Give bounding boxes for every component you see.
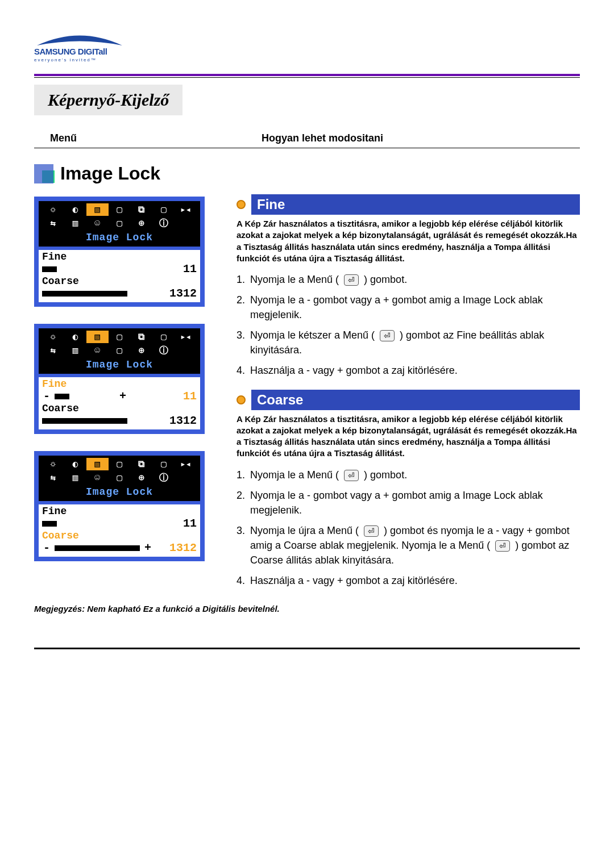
fine-heading: Fine [251,194,580,215]
osd-icon: ▢ [109,344,131,357]
step-num: 1. [237,272,247,287]
osd-icon: ▸◂ [175,458,197,470]
osd-icon: ▢ [109,458,131,470]
osd-icon: ▢ [109,471,131,484]
osd-bar [42,418,127,424]
footer-divider [34,648,580,649]
divider-thin [34,77,580,78]
step-text: Nyomja le a - gombot vagy a + gombot ami… [250,488,580,518]
step-text: ) gombot. [364,469,407,481]
osd-icon: ▢ [152,331,175,343]
osd-icon: ◐ [64,331,86,343]
step-text: Nyomja le a Menű ( [250,274,339,285]
osd-icon: ⓘ [152,217,175,229]
osd-fine-label: Fine [42,251,197,262]
minus-icon: - [42,390,51,403]
enter-key-icon: ⏎ [380,330,395,341]
osd-icon: ⇆ [42,471,64,484]
section-heading: Image Lock [34,163,580,184]
osd-icon-selected: ▧ [86,458,109,470]
osd-icon: ☼ [42,458,64,470]
section-heading-text: Image Lock [60,163,160,184]
heading-accent-blue [34,164,53,183]
enter-key-icon: ⏎ [344,274,359,286]
fine-description: A Kép Zár használatos a tisztitásra, ami… [237,218,580,264]
osd-coarse-value: 1312 [169,287,197,300]
page-title: Képernyő-Kijelző [34,85,182,115]
step-text: Nyomja le újra a Menű ( [250,525,359,536]
osd-icon: ▢ [109,331,131,343]
osd-icon: ▥ [64,217,86,229]
bullet-icon [237,395,246,404]
osd-icon: ▢ [152,458,175,470]
osd-icon: ▥ [64,471,86,484]
osd-icon: ☼ [42,331,64,343]
col-header-howto: Hogyan lehet modositani [262,132,580,144]
osd-icon-grid: ☼ ◐ ▧ ▢ ⧉ ▢ ▸◂ ⇆ ▥ ☺ ▢ ⊕ ⓘ [42,331,197,357]
osd-icon: ◐ [64,458,86,470]
osd-coarse-row-active: Fine 11 Coarse - + 1312 [39,504,200,557]
instruction-column: Fine A Kép Zár használatos a tisztitásra… [227,194,580,594]
osd-icon-grid: ☼ ◐ ▧ ▢ ⧉ ▢ ▸◂ ⇆ ▥ ☺ ▢ ⊕ ⓘ [42,203,197,229]
osd-title: Image Lock [42,359,197,370]
bullet-icon [237,200,246,209]
osd-bar [55,545,140,551]
step-text: ) gombot. [364,274,407,285]
plus-icon: + [118,390,127,403]
osd-coarse-label: Coarse [42,530,197,541]
osd-bar [42,266,57,272]
osd-icon [175,344,197,357]
osd-coarse-label: Coarse [42,403,197,414]
coarse-heading: Coarse [251,390,580,410]
osd-fine-row: Fine 11 Coarse 1312 [39,250,200,302]
fine-steps: 1. Nyomja le a Menű ( ⏎ ) gombot. 2. Nyo… [237,272,580,378]
osd-fine-value: 11 [183,390,197,403]
osd-icon: ▸◂ [175,331,197,343]
osd-fine-label: Fine [42,506,197,517]
osd-column: ☼ ◐ ▧ ▢ ⧉ ▢ ▸◂ ⇆ ▥ ☺ ▢ ⊕ ⓘ Image Lock [34,194,227,594]
header-underline [34,148,580,148]
enter-key-icon: ⏎ [364,525,379,537]
step-num: 3. [237,523,247,567]
osd-icon: ⧉ [130,331,152,343]
step-text: Nyomja le a - gombot vagy a + gombot ami… [250,293,580,322]
osd-icon: ☺ [86,217,109,229]
step-num: 4. [237,363,247,378]
osd-icon: ⓘ [152,344,175,357]
osd-bar [55,394,69,399]
osd-title: Image Lock [42,486,197,498]
step-text: Használja a - vagy + gombot a zaj kitörl… [250,363,458,378]
osd-icon: ⇆ [42,217,64,229]
osd-icon-grid: ☼ ◐ ▧ ▢ ⧉ ▢ ▸◂ ⇆ ▥ ☺ ▢ ⊕ ⓘ [42,458,197,484]
osd-panel-3: ☼ ◐ ▧ ▢ ⧉ ▢ ▸◂ ⇆ ▥ ☺ ▢ ⊕ ⓘ Image Lock [34,451,205,561]
enter-key-icon: ⏎ [344,470,359,481]
divider-thick [34,74,580,76]
osd-icon: ☼ [42,203,64,216]
osd-panel-2: ☼ ◐ ▧ ▢ ⧉ ▢ ▸◂ ⇆ ▥ ☺ ▢ ⊕ ⓘ Image Lock [34,324,205,434]
osd-coarse-value: 1312 [169,541,197,554]
step-num: 3. [237,328,247,357]
osd-fine-value: 11 [183,517,197,530]
minus-icon: - [42,541,51,554]
step-text: Nyomja le a Menű ( [250,469,339,481]
footnote: Megjegyzés: Nem kapható Ez a funkció a D… [34,604,580,614]
step-text: Használja a - vagy + gombot a zaj kitörl… [250,573,458,588]
osd-icon: ▢ [109,217,131,229]
osd-icon [175,217,197,229]
osd-icon: ⇆ [42,344,64,357]
osd-bar [42,521,57,527]
step-num: 1. [237,468,247,482]
brand-tagline: everyone's invited™ [34,57,580,62]
column-headers: Menű Hogyan lehet modositani [34,132,580,144]
osd-icon: ▸◂ [175,203,197,216]
list-item: 2. Nyomja le a - gombot vagy a + gombot … [237,488,580,518]
step-text: Nyomja le kétszer a Menű ( [250,329,375,341]
step-num: 4. [237,573,247,588]
osd-icon: ⓘ [152,471,175,484]
osd-bar [42,291,127,297]
osd-panel-1: ☼ ◐ ▧ ▢ ⧉ ▢ ▸◂ ⇆ ▥ ☺ ▢ ⊕ ⓘ Image Lock [34,197,205,307]
brand-name: SAMSUNG DIGITall [34,47,580,56]
list-item: 1. Nyomja le a Menű ( ⏎ ) gombot. [237,272,580,287]
osd-icon-selected: ▧ [86,203,109,216]
osd-icon: ⊕ [130,471,152,484]
